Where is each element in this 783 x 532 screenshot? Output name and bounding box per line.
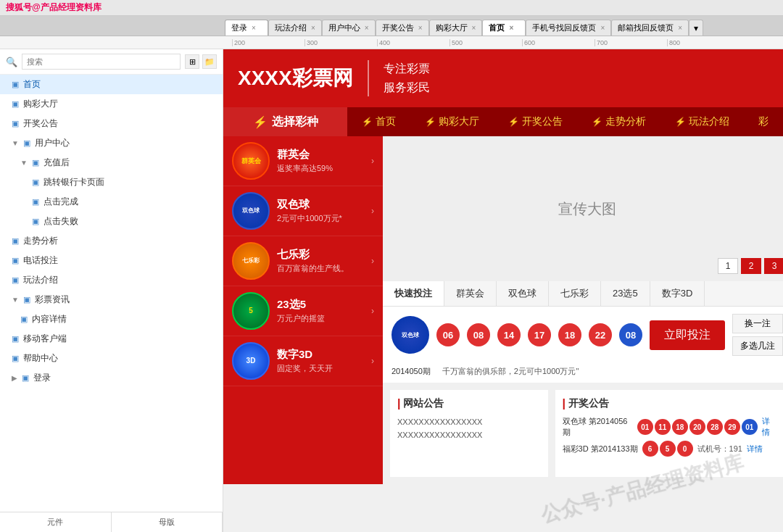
quick-bet-title-tab: 快速投注 [383, 281, 444, 306]
sidebar-item-complete[interactable]: ▣ 点击完成 [0, 192, 223, 212]
quick-bet-tab-qlc[interactable]: 七乐彩 [549, 281, 601, 306]
sidebar-item-phone[interactable]: ▣ 电话投注 [0, 251, 223, 270]
banner-dot-1[interactable]: 1 [718, 258, 738, 274]
lightning-icon: ⚡ [508, 117, 519, 127]
close-icon[interactable]: × [600, 24, 605, 32]
nav-item-more[interactable]: 彩 [744, 107, 783, 136]
close-icon[interactable]: × [509, 24, 513, 32]
nav-item-rules[interactable]: ⚡玩法介绍 [660, 107, 744, 136]
sidebar-tab-template[interactable]: 母版 [112, 512, 223, 532]
tab-shouye[interactable]: 首页 × [482, 20, 526, 36]
page-icon: ▣ [12, 236, 19, 246]
multi-bet-button[interactable]: 多选几注 [732, 336, 783, 356]
sidebar-footer: 元件 母版 [0, 512, 223, 532]
close-icon[interactable]: × [678, 24, 682, 32]
sidebar-item-news[interactable]: ▼ ▣ 彩票资讯 [0, 290, 223, 309]
sidebar-item-bank[interactable]: ▣ 跳转银行卡页面 [0, 173, 223, 192]
quick-bet-tab-ssq[interactable]: 双色球 [497, 281, 549, 306]
lottery-panel: 群英会 群英会 返奖率高达59% › 双色球 双色球 2元可中1000万元* [223, 136, 383, 484]
ssq-logo-small: 双色球 [392, 316, 429, 354]
page-icon: ▣ [32, 197, 39, 207]
banner-area: 宣传大图 1 2 3 [383, 136, 783, 281]
sidebar-item-rules[interactable]: ▣ 玩法介绍 [0, 270, 223, 290]
lottery-item-qunying[interactable]: 群英会 群英会 返奖率高达59% › [223, 136, 383, 186]
tab-email[interactable]: 邮箱找回反馈页 × [611, 20, 689, 36]
sidebar-action-icons: ⊞ 📁 [185, 54, 217, 69]
period-label: 2014050期 [392, 366, 431, 377]
quick-bet-tab-qunying[interactable]: 群英会 [444, 281, 497, 306]
sidebar-item-shouye[interactable]: ▣ 首页 [0, 75, 223, 94]
page-icon: ▣ [12, 99, 19, 109]
lottery-select-button[interactable]: ⚡ 选择彩种 [223, 107, 347, 136]
lottery-item-3d[interactable]: 3D 数字3D 固定奖，天天开 › [223, 336, 383, 386]
page-icon: ▣ [23, 138, 30, 148]
change-bet-button[interactable]: 换一注 [732, 314, 783, 333]
ssq-result-balls: 01 11 18 20 28 29 01 [637, 419, 758, 435]
page-icon: ▣ [32, 178, 39, 187]
sidebar-item-chongzhi[interactable]: ▼ ▣ 充值后 [0, 153, 223, 173]
quick-bet-content: 双色球 06 08 14 17 18 22 08 立即投注 换一注 多选几注 [383, 307, 783, 363]
sidebar-item-login[interactable]: ▶ ▣ 登录 [0, 368, 223, 388]
sidebar-item-yonghu[interactable]: ▼ ▣ 用户中心 [0, 133, 223, 153]
sidebar-item-goucai[interactable]: ▣ 购彩大厅 [0, 94, 223, 114]
sidebar-item-trend[interactable]: ▣ 走势分析 [0, 231, 223, 251]
close-icon[interactable]: × [311, 24, 315, 32]
banner-text: 宣传大图 [558, 199, 616, 219]
page-icon: ▣ [12, 119, 19, 128]
lightning-icon: ⚡ [592, 117, 602, 127]
close-icon[interactable]: × [365, 24, 369, 32]
tab-kaijiangg[interactable]: 开奖公告 × [376, 20, 429, 36]
banner-dot-3[interactable]: 3 [764, 258, 783, 274]
sidebar-item-fail[interactable]: ▣ 点击失败 [0, 212, 223, 231]
sidebar-item-kaijiangg[interactable]: ▣ 开奖公告 [0, 114, 223, 133]
site-slogan: 专注彩票 服务彩民 [384, 59, 430, 96]
quick-bet-tab-3d[interactable]: 数字3D [650, 281, 705, 306]
nav-item-home[interactable]: ⚡首页 [347, 107, 410, 136]
ssq-detail-link[interactable]: 详情 [762, 416, 777, 438]
period-desc: 千万富翁的俱乐部，2元可中1000万元" [442, 366, 783, 377]
bet-now-button[interactable]: 立即投注 [650, 320, 725, 350]
search-input[interactable] [22, 54, 181, 70]
close-icon[interactable]: × [418, 24, 423, 32]
3d-detail-link[interactable]: 详情 [747, 444, 763, 454]
header-divider [368, 60, 369, 96]
sidebar-tab-components[interactable]: 元件 [0, 512, 112, 532]
tab-denglu[interactable]: 登录 × [225, 20, 268, 36]
add-page-icon[interactable]: ⊞ [185, 54, 199, 69]
tab-wanfa[interactable]: 玩法介绍 × [268, 20, 322, 36]
content-with-panel: 群英会 群英会 返奖率高达59% › 双色球 双色球 2元可中1000万元* [223, 136, 783, 484]
tab-mobile[interactable]: 手机号找回反馈页 × [526, 20, 611, 36]
top-bar-logo: 搜狐号@产品经理资料库 [6, 1, 102, 14]
lottery-item-qilecai[interactable]: 七乐彩 七乐彩 百万富翁的生产线。 › [223, 236, 383, 286]
sidebar-item-help[interactable]: ▣ 帮助中心 [0, 349, 223, 368]
tab-more[interactable]: ▾ [689, 20, 703, 36]
sidebar-search-bar: 🔍 ⊞ 📁 [0, 49, 223, 75]
nav-item-kaijiangg[interactable]: ⚡开奖公告 [494, 107, 577, 136]
search-icon: 🔍 [6, 57, 17, 67]
chevron-right-icon: ▶ [12, 374, 17, 382]
nav-item-goucai[interactable]: ⚡购彩大厅 [410, 107, 494, 136]
page-icon: ▣ [12, 256, 19, 265]
right-content: 宣传大图 1 2 3 快速投注 群英会 双色球 七乐彩 23选5 [383, 136, 783, 484]
quick-bet-section: 快速投注 群英会 双色球 七乐彩 23选5 数字3D 双色球 06 08 14 [383, 281, 783, 383]
ball-blue-08: 08 [619, 323, 642, 346]
site-announcement-text: XXXXXXXXXXXXXXXXXXXXXXXXXXXXXXXX [397, 416, 541, 441]
quick-bet-tab-23x5[interactable]: 23选5 [601, 281, 650, 306]
ball-18: 18 [558, 323, 581, 346]
sidebar-item-detail[interactable]: ▣ 内容详情 [0, 309, 223, 329]
folder-icon[interactable]: 📁 [202, 54, 217, 69]
sidebar: 🔍 ⊞ 📁 ▣ 首页 ▣ 购彩大厅 ▣ 开奖公告 ▼ ▣ 用户中心 ▼ ▣ [0, 49, 223, 532]
nav-item-trend[interactable]: ⚡走势分析 [577, 107, 660, 136]
content-area: XXXX彩票网 专注彩票 服务彩民 ⚡ 选择彩种 ⚡首页 ⚡购彩大厅 ⚡开奖公告 [223, 49, 783, 532]
lottery-item-shuangseqiu[interactable]: 双色球 双色球 2元可中1000万元* › [223, 186, 383, 236]
close-icon[interactable]: × [472, 24, 476, 32]
lottery-info-23x5: 23选5 万元户的摇篮 [277, 298, 364, 324]
banner-dot-2[interactable]: 2 [741, 258, 761, 274]
bet-actions: 换一注 多选几注 [732, 314, 783, 356]
close-icon[interactable]: × [252, 24, 256, 32]
tab-yonghu[interactable]: 用户中心 × [322, 20, 376, 36]
tab-goucai[interactable]: 购彩大厅 × [429, 20, 483, 36]
sidebar-item-mobile[interactable]: ▣ 移动客户端 [0, 329, 223, 349]
lottery-item-23x5[interactable]: 5 23选5 万元户的摇篮 › [223, 286, 383, 336]
ball-22: 22 [589, 323, 612, 346]
